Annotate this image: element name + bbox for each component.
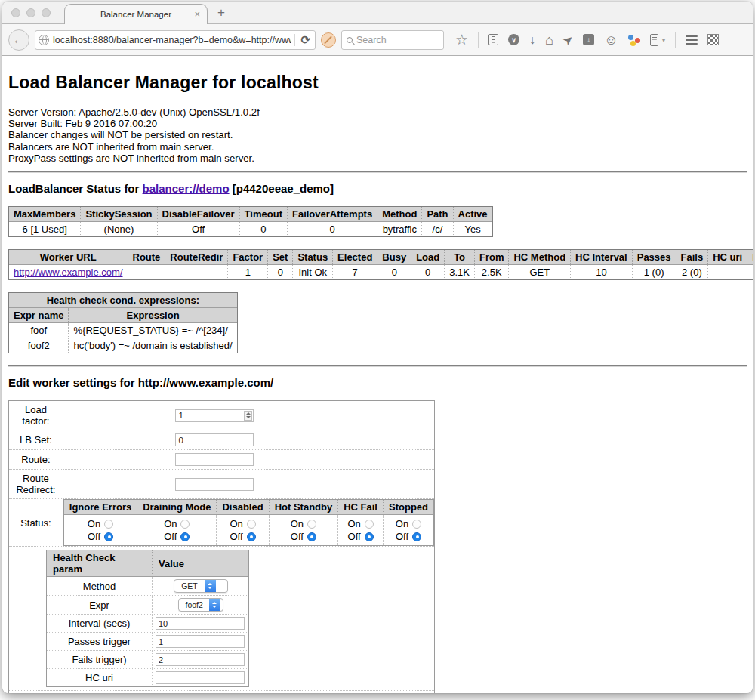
- load-factor-input[interactable]: [175, 409, 254, 422]
- form-row-status: Status: Ignore Errors Draining Mode Disa…: [9, 499, 434, 547]
- expr-select[interactable]: foof2: [178, 598, 223, 612]
- table-cell: [708, 265, 747, 279]
- tab-balancer-manager[interactable]: Balancer Manager ×: [64, 4, 208, 24]
- table-cell: 0: [288, 222, 378, 236]
- minimize-window-button[interactable]: [26, 8, 35, 17]
- table-cell: Yes: [454, 222, 492, 236]
- interval-input[interactable]: [156, 617, 245, 630]
- chat-smiley-icon[interactable]: ☺: [604, 34, 618, 46]
- close-window-button[interactable]: [11, 8, 20, 17]
- radio-on-label: On: [164, 517, 177, 530]
- status-radio-on[interactable]: [247, 520, 256, 529]
- table-cell: 2.5K: [475, 265, 510, 279]
- number-stepper-icon[interactable]: [244, 411, 252, 421]
- server-built-line: Server Built: Feb 9 2016 07:00:20: [8, 118, 747, 129]
- toolbar-divider: [478, 32, 479, 48]
- status-radio-on[interactable]: [104, 520, 113, 529]
- balancer-demo-link[interactable]: balancer://demo: [143, 182, 230, 195]
- column-header: Elected: [333, 250, 378, 265]
- table-header-row: Health Check param Value: [47, 550, 248, 577]
- home-icon[interactable]: ⌂: [545, 34, 553, 46]
- content-blocker-icon[interactable]: [321, 32, 336, 48]
- status-radio-on[interactable]: [412, 520, 421, 529]
- param-label: Fails trigger): [47, 651, 153, 669]
- column-header: HC uri: [708, 250, 747, 265]
- reading-list-icon[interactable]: [488, 34, 498, 45]
- lb-status-heading-suffix: [p4420eeae_demo]: [230, 182, 334, 195]
- param-value-cell: [153, 633, 248, 651]
- status-radio-off[interactable]: [412, 532, 421, 541]
- field-label: Load factor:: [9, 401, 63, 430]
- table-cell: 0: [411, 265, 445, 279]
- form-row-hc-params: Health Check param Value Method GET: [9, 547, 434, 691]
- window-controls: [11, 8, 51, 17]
- pocket-icon[interactable]: ∨: [508, 34, 519, 45]
- field-value-cell: [63, 450, 434, 470]
- route-redirect-input[interactable]: [175, 478, 254, 491]
- server-info: Server Version: Apache/2.5.0-dev (Unix) …: [8, 106, 747, 164]
- column-header: DisableFailover: [158, 207, 240, 222]
- url-divider: [294, 34, 295, 46]
- table-cell: GET: [509, 265, 571, 279]
- downloads-icon[interactable]: ↓: [529, 34, 535, 46]
- route-input[interactable]: [175, 453, 254, 466]
- table-cell: 10: [571, 265, 633, 279]
- status-radio-off[interactable]: [104, 532, 113, 541]
- search-box[interactable]: [341, 30, 444, 50]
- table-header-row: MaxMembers StickySession DisableFailover…: [9, 207, 492, 222]
- column-header: HC Expr: [747, 250, 753, 265]
- containers-icon[interactable]: [650, 34, 658, 46]
- param-label: Passes trigger: [47, 633, 153, 651]
- method-select[interactable]: GET: [174, 579, 228, 593]
- tab-close-icon[interactable]: ×: [194, 8, 200, 20]
- save-page-icon[interactable]: ↓: [583, 34, 594, 45]
- screenshot-grid-icon[interactable]: [707, 34, 719, 45]
- column-header: Timeout: [240, 207, 288, 222]
- new-tab-button[interactable]: +: [217, 5, 225, 20]
- radio-on-label: On: [88, 517, 100, 530]
- form-row-submit: Submit: [9, 691, 434, 693]
- inherit-notice-line: Balancers are NOT inherited from main se…: [8, 141, 747, 153]
- table-row: 6 [1 Used] (None) Off 0 0 bytraffic /c/ …: [9, 222, 492, 236]
- status-radio-off[interactable]: [307, 532, 316, 541]
- radio-on-label: On: [230, 517, 242, 530]
- status-radio-on[interactable]: [180, 520, 190, 529]
- status-radio-off[interactable]: [247, 532, 256, 541]
- table-cell: foof2: [9, 338, 69, 353]
- status-radio-on[interactable]: [307, 520, 316, 529]
- send-tab-icon[interactable]: ➤: [560, 32, 576, 48]
- hc-row-hc-uri: HC uri: [47, 669, 248, 686]
- table-cell: Init Ok: [293, 265, 333, 279]
- zoom-window-button[interactable]: [42, 8, 51, 17]
- divider: [8, 365, 747, 367]
- search-input[interactable]: [356, 35, 439, 45]
- table-cell: 0: [378, 265, 411, 279]
- back-button[interactable]: ←: [8, 29, 29, 51]
- status-cell-hc-fail: On Off: [338, 515, 384, 545]
- toolbar-icons: ☆ ∨ ↓ ⌂ ➤ ↓ ☺ ▾: [455, 32, 719, 48]
- passes-trigger-input[interactable]: [156, 635, 245, 648]
- table-cell: 6 [1 Used]: [9, 222, 81, 236]
- worker-url-link[interactable]: http://www.example.com/: [14, 267, 123, 278]
- chevron-down-icon[interactable]: ▾: [662, 36, 666, 44]
- url-bar[interactable]: localhost:8880/balancer-manager?b=demo&w…: [35, 30, 316, 50]
- table-cell: 0: [240, 222, 288, 236]
- menu-hamburger-icon[interactable]: [686, 35, 698, 45]
- column-header: HC Fail: [338, 500, 384, 515]
- status-radio-off[interactable]: [365, 532, 374, 541]
- radio-off-label: Off: [164, 530, 177, 543]
- lb-set-input[interactable]: [175, 433, 254, 446]
- hc-uri-input[interactable]: [156, 671, 245, 684]
- field-label: Status:: [9, 499, 63, 547]
- extension-dots-icon[interactable]: [628, 34, 640, 46]
- bookmark-star-icon[interactable]: ☆: [455, 34, 468, 46]
- select-arrows-icon: [205, 580, 216, 592]
- reload-icon[interactable]: ⟳: [299, 33, 312, 47]
- select-arrows-icon: [209, 599, 220, 611]
- table-cell: 2 (0): [676, 265, 709, 279]
- status-radio-on[interactable]: [365, 520, 374, 529]
- url-text[interactable]: localhost:8880/balancer-manager?b=demo&w…: [53, 35, 291, 45]
- status-radio-off[interactable]: [180, 532, 190, 541]
- column-header: Busy: [378, 250, 411, 265]
- fails-trigger-input[interactable]: [156, 653, 245, 666]
